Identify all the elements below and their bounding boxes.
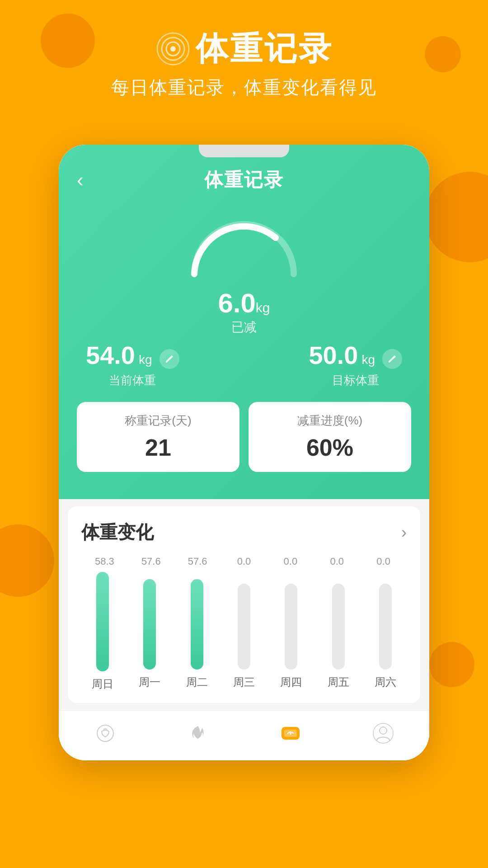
days-card-value: 21 [86,434,230,461]
chart-day-3: 周三 [233,675,255,689]
bar-col-3: 周三 [223,572,265,689]
edit-icon [164,354,174,364]
section-header: 体重变化 › [81,520,407,545]
chart-val-5: 0.0 [314,556,360,567]
bar-col-1: 周一 [128,572,171,689]
chart-day-2: 周二 [186,675,208,689]
chart-day-6: 周六 [375,675,396,689]
app-subtitle: 每日体重记录，体重变化看得见 [0,75,488,100]
bar-4 [285,584,297,670]
bar-col-0: 周日 [81,572,124,689]
bar-2 [191,579,203,670]
days-card: 称重记录(天) 21 [77,402,239,472]
weight-stats: 54.0 kg 当前体重 50.0 kg [77,340,411,388]
chart-values-row: 58.3 57.6 57.6 0.0 0.0 0.0 0.0 [81,556,407,567]
chart-day-4: 周四 [280,675,302,689]
tab-profile[interactable] [370,720,397,747]
edit-current-weight-button[interactable] [160,349,179,369]
current-weight-stat: 54.0 kg 当前体重 [86,340,179,388]
bar-5 [332,584,345,670]
tab-fire[interactable] [184,720,211,747]
nav-bar: ‹ 体重记录 [77,167,411,193]
bar-1 [143,579,156,670]
svg-point-9 [373,723,393,743]
chart-val-2: 57.6 [174,556,221,567]
edit-target-icon [387,354,397,364]
concentric-circles-icon [155,31,191,67]
chart-bars: 周日 周一 周二 [81,572,407,689]
svg-point-8 [380,727,387,734]
bar-0 [96,572,109,671]
bar-6 [379,584,392,670]
target-weight-stat: 50.0 kg 目标体重 [309,340,402,388]
bar-chart: 58.3 57.6 57.6 0.0 0.0 0.0 0.0 周日 [81,556,407,689]
chart-more-button[interactable]: › [401,523,407,542]
svg-point-3 [170,46,176,52]
progress-card-value: 60% [258,434,402,461]
current-weight-label: 当前体重 [86,373,179,388]
tab-bar [59,710,429,760]
bar-col-6: 周六 [364,572,407,689]
bg-decoration-5 [429,642,474,687]
bar-col-5: 周五 [317,572,359,689]
tab-food[interactable] [92,720,119,747]
header-area: 体重记录 每日体重记录，体重变化看得见 [0,27,488,100]
chart-val-4: 0.0 [267,556,314,567]
bar-col-2: 周二 [176,572,218,689]
gauge-unit: kg [256,300,270,316]
phone-mockup: ‹ 体重记录 6.0 kg 已减 [59,145,429,760]
chart-val-3: 0.0 [221,556,267,567]
days-card-label: 称重记录(天) [86,413,230,429]
bar-col-4: 周四 [270,572,312,689]
edit-target-weight-button[interactable] [382,349,402,369]
scale-icon [277,720,304,747]
app-screen: ‹ 体重记录 6.0 kg 已减 [59,145,429,760]
target-weight-value: 50.0 [309,340,358,370]
header-icon-row: 体重记录 [0,27,488,71]
current-weight-row: 54.0 kg [86,340,179,370]
nav-title: 体重记录 [204,167,284,193]
svg-point-7 [290,733,291,735]
bg-decoration-3 [425,172,488,262]
progress-card-label: 减重进度(%) [258,413,402,429]
chart-day-1: 周一 [139,675,160,689]
chart-val-6: 0.0 [360,556,407,567]
fire-icon [184,720,211,747]
gauge-container: 6.0 kg 已减 [77,206,411,327]
gauge-label: 已减 [218,319,270,336]
gauge-center: 6.0 kg 已减 [218,288,270,336]
chart-day-5: 周五 [328,675,349,689]
back-button[interactable]: ‹ [77,169,84,191]
target-weight-row: 50.0 kg [309,340,402,370]
bar-3 [238,584,250,670]
app-title: 体重记录 [196,27,333,71]
target-weight-label: 目标体重 [309,373,402,388]
progress-card: 减重进度(%) 60% [249,402,411,472]
tab-scale[interactable] [277,720,304,747]
chart-val-1: 57.6 [128,556,174,567]
current-weight-value: 54.0 [86,340,135,370]
bg-decoration-4 [0,524,54,597]
target-weight-unit: kg [361,353,375,367]
food-icon [92,720,119,747]
app-header: ‹ 体重记录 6.0 kg 已减 [59,145,429,499]
chart-val-0: 58.3 [81,556,128,567]
gauge-value: 6.0 [218,288,255,319]
profile-icon [370,720,397,747]
phone-notch [199,145,289,157]
chart-section-title: 体重变化 [81,520,154,545]
svg-point-4 [97,725,113,741]
gauge-svg [181,206,307,288]
weight-change-section: 体重变化 › 58.3 57.6 57.6 0.0 0.0 0.0 0.0 [68,506,420,703]
chart-day-0: 周日 [92,677,113,691]
current-weight-unit: kg [139,353,152,367]
